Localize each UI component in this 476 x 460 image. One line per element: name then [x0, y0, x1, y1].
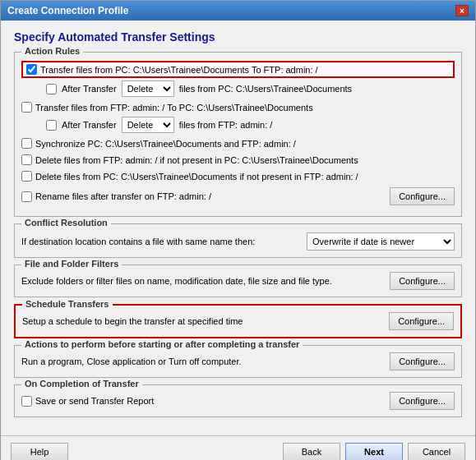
close-button[interactable]: ×	[455, 5, 469, 16]
rule2-checkbox[interactable]	[21, 102, 32, 113]
cancel-button[interactable]: Cancel	[408, 443, 465, 460]
completion-text: Save or send Transfer Report	[35, 396, 154, 406]
configure-schedule-button[interactable]: Configure...	[389, 312, 454, 330]
schedule-transfers-label: Schedule Transfers	[22, 299, 113, 309]
after-transfer2-row: After Transfer Delete Move Copy Nothing …	[46, 117, 455, 133]
after-transfer1-label: After Transfer	[62, 84, 117, 94]
rule6-checkbox-label[interactable]: Rename files after transfer on FTP: admi…	[21, 191, 211, 202]
action-rules-content: Transfer files from PC: C:\Users\Trainee…	[21, 61, 455, 207]
actions-before-after-group: Actions to perform before starting or af…	[14, 345, 462, 378]
schedule-transfers-group: Schedule Transfers Setup a schedule to b…	[14, 304, 462, 338]
rule1-checkbox[interactable]	[26, 64, 37, 75]
on-completion-label: On Completion of Transfer	[21, 379, 142, 389]
after-transfer1-select[interactable]: Delete Move Copy Nothing	[122, 80, 174, 97]
completion-checkbox-label[interactable]: Save or send Transfer Report	[21, 396, 154, 407]
completion-checkbox[interactable]	[21, 396, 32, 407]
rule1-text: Transfer files from PC: C:\Users\Trainee…	[40, 65, 318, 75]
rule6-checkbox[interactable]	[21, 191, 32, 202]
rule4-text: Delete files from FTP: admin: / if not p…	[35, 155, 358, 165]
rule5-checkbox[interactable]	[21, 171, 32, 182]
schedule-description: Setup a schedule to begin the transfer a…	[22, 316, 243, 326]
rule4-checkbox[interactable]	[21, 154, 32, 165]
page-title: Specify Automated Transfer Settings	[14, 30, 462, 44]
rule6-row: Rename files after transfer on FTP: admi…	[21, 186, 455, 207]
conflict-resolution-label: Conflict Resolution	[21, 218, 111, 228]
on-completion-row: Save or send Transfer Report Configure..…	[21, 392, 455, 410]
actions-description: Run a program, Close application or Turn…	[21, 356, 242, 366]
action-rules-group: Action Rules Transfer files from PC: C:\…	[14, 52, 462, 217]
dialog-content: Specify Automated Transfer Settings Acti…	[1, 21, 475, 432]
after-transfer1-suffix: files from PC: C:\Users\Trainee\Document…	[179, 84, 352, 94]
rule3-checkbox[interactable]	[21, 138, 32, 149]
rule5-checkbox-label[interactable]: Delete files from PC: C:\Users\Trainee\D…	[21, 171, 358, 182]
conflict-row: If destination location contains a file …	[21, 232, 455, 251]
after-transfer2-checkbox[interactable]	[46, 120, 57, 131]
configure-rename-button[interactable]: Configure...	[390, 187, 455, 205]
rule1-checkbox-label[interactable]: Transfer files from PC: C:\Users\Trainee…	[26, 64, 318, 75]
after-transfer2-suffix: files from FTP: admin: /	[179, 120, 273, 130]
main-window: Create Connection Profile × Specify Auto…	[0, 0, 476, 460]
rule1-row: Transfer files from PC: C:\Users\Trainee…	[21, 61, 455, 78]
actions-before-after-label: Actions to perform before starting or af…	[21, 339, 303, 349]
action-rules-label: Action Rules	[21, 46, 83, 56]
conflict-select[interactable]: Overwrite if date is newer Always overwr…	[307, 232, 455, 251]
rule3-text: Synchronize PC: C:\Users\Trainee\Documen…	[35, 139, 296, 149]
on-completion-group: On Completion of Transfer Save or send T…	[14, 384, 462, 417]
after-transfer1-row: After Transfer Delete Move Copy Nothing …	[46, 80, 455, 97]
titlebar: Create Connection Profile ×	[1, 1, 475, 21]
file-folder-filters-group: File and Folder Filters Exclude folders …	[14, 264, 462, 297]
rule4-row: Delete files from FTP: admin: / if not p…	[21, 153, 455, 167]
back-button[interactable]: Back	[283, 443, 340, 460]
after-transfer1-checkbox[interactable]	[46, 84, 57, 94]
filter-row: Exclude folders or filter files on name,…	[21, 272, 455, 290]
rule2-text: Transfer files from FTP: admin: / To PC:…	[35, 103, 313, 113]
rule2-checkbox-label[interactable]: Transfer files from FTP: admin: / To PC:…	[21, 102, 313, 113]
rule3-checkbox-label[interactable]: Synchronize PC: C:\Users\Trainee\Documen…	[21, 138, 296, 149]
filter-description: Exclude folders or filter files on name,…	[21, 276, 390, 286]
rule6-text: Rename files after transfer on FTP: admi…	[35, 191, 211, 201]
actions-before-after-row: Run a program, Close application or Turn…	[21, 352, 455, 370]
configure-filters-button[interactable]: Configure...	[390, 272, 455, 290]
rule4-checkbox-label[interactable]: Delete files from FTP: admin: / if not p…	[21, 154, 358, 165]
bottom-bar: Help Back Next Cancel	[1, 435, 475, 460]
nav-buttons: Back Next Cancel	[283, 443, 465, 460]
schedule-row: Setup a schedule to begin the transfer a…	[22, 312, 454, 330]
configure-completion-button[interactable]: Configure...	[390, 392, 455, 410]
after-transfer2-label: After Transfer	[62, 120, 117, 130]
rule5-text: Delete files from PC: C:\Users\Trainee\D…	[35, 172, 358, 182]
conflict-description: If destination location contains a file …	[21, 237, 307, 246]
rule5-row: Delete files from PC: C:\Users\Trainee\D…	[21, 169, 455, 183]
rule3-row: Synchronize PC: C:\Users\Trainee\Documen…	[21, 136, 455, 150]
configure-actions-button[interactable]: Configure...	[390, 352, 455, 370]
help-button[interactable]: Help	[11, 443, 68, 460]
window-title: Create Connection Profile	[7, 5, 128, 16]
conflict-resolution-group: Conflict Resolution If destination locat…	[14, 223, 462, 258]
rule2-row: Transfer files from FTP: admin: / To PC:…	[21, 100, 455, 114]
file-folder-filters-label: File and Folder Filters	[21, 259, 122, 269]
next-button[interactable]: Next	[345, 443, 403, 460]
after-transfer2-select[interactable]: Delete Move Copy Nothing	[122, 117, 174, 133]
